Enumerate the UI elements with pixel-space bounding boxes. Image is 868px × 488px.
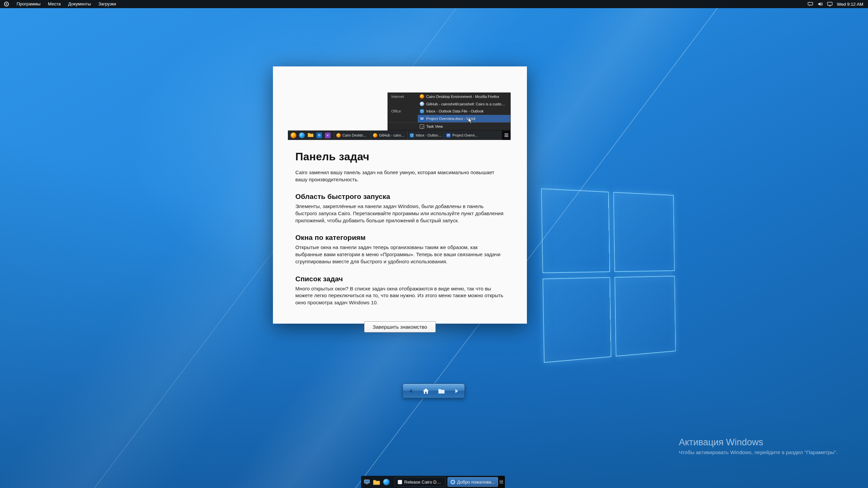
github-icon: [420, 102, 424, 106]
section-body: Элементы, закреплённые на панели задач W…: [295, 203, 505, 224]
windows-logo: [541, 188, 676, 363]
word-icon: W: [420, 117, 424, 121]
finish-tour-button[interactable]: Завершить знакомство: [364, 321, 436, 332]
edge-icon[interactable]: [383, 479, 390, 485]
demo-menu-row-highlighted: WProject Overview.docx - Word: [388, 115, 510, 122]
section-heading: Область быстрого запуска: [295, 192, 505, 201]
cairo-logo-icon[interactable]: [4, 2, 9, 6]
activation-subtitle: Чтобы активировать Windows, перейдите в …: [679, 449, 837, 455]
activation-title: Активация Windows: [679, 437, 837, 448]
menubar-clock[interactable]: Wed 9:12 AM: [837, 2, 863, 7]
demo-menu-row: GitHub - cairoshell/cairoshell: Cairo is…: [388, 100, 510, 108]
demo-menu-category: Office: [388, 109, 418, 113]
home-button[interactable]: [419, 385, 433, 397]
demo-task-button-label: Project Overview...: [452, 133, 478, 137]
folder-icon: [308, 132, 314, 139]
task-button-label: Release Cairo Des...: [404, 480, 442, 485]
welcome-content: Панель задач Cairo заменил вашу панель з…: [295, 150, 505, 332]
demo-task-button-label: Cairo Desktop En...: [342, 133, 369, 137]
cairo-icon: [451, 480, 455, 484]
section-heading: Список задач: [295, 275, 505, 283]
outlook-icon: O: [410, 133, 414, 138]
top-menubar: Программы Места Документы Загрузки Wed 9…: [0, 0, 868, 8]
demo-menu-item-label: GitHub - cairoshell/cairoshell: Cairo is…: [426, 102, 508, 106]
page-title: Панель задач: [295, 150, 505, 163]
menubar-item-places[interactable]: Места: [44, 0, 64, 8]
menubar-item-programs[interactable]: Программы: [13, 0, 44, 8]
folder-icon[interactable]: [373, 479, 380, 485]
back-button[interactable]: [404, 385, 417, 397]
forward-button[interactable]: [450, 385, 463, 397]
demo-task-button: Cairo Desktop En...: [334, 130, 371, 140]
task-button-label: Добро пожалова...: [457, 480, 495, 485]
menubar-item-downloads[interactable]: Загрузки: [95, 0, 120, 8]
outlook-icon: O: [420, 109, 424, 114]
demo-menu-item-label: Inbox - Outlook Data File - Outlook: [426, 109, 484, 113]
demo-menu-item-label: Cairo Desktop Environment - Mozilla Fire…: [426, 95, 499, 99]
page-icon: [398, 480, 402, 484]
task-list-menu-icon[interactable]: [498, 476, 505, 488]
desktop-navigation-dock: [402, 384, 465, 398]
demo-task-button-label: Inbox - Outlook...: [416, 133, 442, 137]
demo-task-button-label: GitHub - cairoshe...: [379, 133, 405, 137]
visual-studio-icon: V: [325, 133, 331, 138]
firefox-icon: [420, 94, 424, 99]
firefox-icon: [291, 133, 296, 138]
section-categorized-windows: Окна по категориям Открытые окна на пане…: [295, 233, 505, 265]
windows-logo-pane: [541, 188, 610, 273]
task-button-release-cairo[interactable]: Release Cairo Des...: [395, 477, 446, 487]
section-quick-launch: Область быстрого запуска Элементы, закре…: [295, 192, 505, 224]
desktop: Программы Места Документы Загрузки Wed 9…: [0, 0, 868, 488]
task-button-welcome[interactable]: Добро пожалова...: [448, 477, 498, 487]
windows-logo-pane: [614, 276, 676, 357]
demo-taskbar-menu: Internet Cairo Desktop Environment - Moz…: [388, 93, 511, 130]
task-view-icon: [420, 124, 424, 129]
demo-menu-item-label: Task View: [426, 124, 443, 128]
folder-button[interactable]: [435, 385, 448, 397]
volume-icon[interactable]: [817, 2, 823, 7]
cursor-icon: [468, 117, 473, 125]
intro-text: Cairo заменил вашу панель задач на более…: [295, 169, 505, 183]
demo-task-button: O Inbox - Outlook...: [407, 130, 444, 140]
demo-taskbar: O V Cairo Desktop En... GitHub - cairosh…: [288, 130, 511, 140]
demo-taskbar-menu-icon: [502, 130, 511, 140]
section-body: Открытые окна на панели задач теперь орг…: [295, 244, 505, 265]
outlook-icon: O: [316, 133, 322, 138]
demo-menu-category: Internet: [388, 95, 418, 99]
section-heading: Окна по категориям: [295, 233, 505, 242]
activation-watermark: Активация Windows Чтобы активировать Win…: [679, 437, 837, 455]
demo-menu-row: Office OInbox - Outlook Data File - Outl…: [388, 108, 510, 115]
windows-logo-pane: [542, 277, 611, 363]
demo-task-button: W Project Overview...: [444, 130, 480, 140]
section-task-list: Список задач Много открытых окон? В спис…: [295, 275, 505, 306]
desktop-icon[interactable]: [364, 479, 370, 485]
firefox-icon: [336, 133, 341, 138]
demo-menu-row: Task View: [388, 122, 510, 130]
edge-icon: [299, 133, 305, 138]
windows-logo-pane: [613, 192, 675, 272]
menubar-item-documents[interactable]: Документы: [64, 0, 95, 8]
demo-quick-launch: O V: [291, 132, 334, 139]
demo-menu-row: Internet Cairo Desktop Environment - Moz…: [388, 93, 510, 100]
notifications-icon[interactable]: [807, 2, 813, 7]
word-icon: W: [446, 133, 451, 138]
demo-task-button: GitHub - cairoshe...: [371, 130, 407, 140]
welcome-window: Internet Cairo Desktop Environment - Moz…: [273, 66, 527, 324]
firefox-icon: [373, 133, 377, 138]
display-icon[interactable]: [827, 2, 833, 7]
section-body: Много открытых окон? В списке задач окна…: [295, 285, 505, 306]
taskbar: Release Cairo Des... Добро пожалова...: [361, 476, 505, 488]
